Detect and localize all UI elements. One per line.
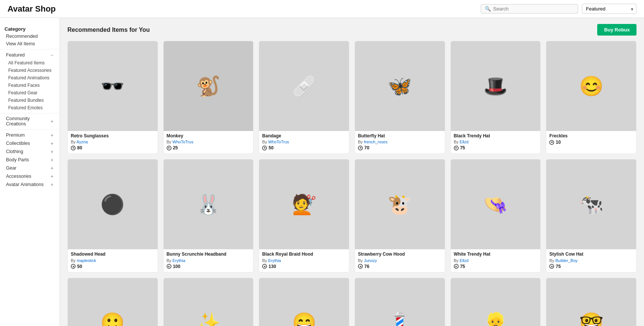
item-card[interactable]: ✨ Sparkling Shine By Jazzyx3 50 [163,278,254,326]
item-price: 100 [167,264,250,269]
price-value: 25 [173,145,178,150]
items-grid: 🕶️ Retro Sunglasses By Ayzria 80 🐒 Monke… [67,41,637,326]
item-thumbnail: 🐒 [164,41,253,131]
item-card[interactable]: 🐮 Strawberry Cow Hood By Junozy 76 [355,159,445,272]
sidebar-item-clothing[interactable]: Clothing + [0,147,60,156]
creator-link[interactable]: Builder_Boy [555,258,577,263]
robux-icon [549,140,554,145]
plus-icon-clothing: + [51,149,54,155]
sidebar-item-avatar-animations[interactable]: Avatar Animations + [0,180,60,189]
search-box: 🔍 [481,4,578,13]
robux-icon [71,146,76,150]
item-thumbnail: 🩹 [259,41,349,131]
sidebar-item-featured-animations[interactable]: Featured Animations [0,74,60,82]
creator-link[interactable]: Erythia [268,258,281,263]
item-card[interactable]: 💈 Soho Brown Curly Hair By ComfySunday 9… [355,278,445,326]
item-card[interactable]: 🕶️ Retro Sunglasses By Ayzria 80 [67,41,158,154]
item-info: Shadowed Head By maplestick 50 [68,249,158,272]
item-card[interactable]: 🤓 Vintage Glasses By WhoToTrus 125 [546,278,637,326]
item-card[interactable]: 🩹 Bandage By WhoToTrus 50 [259,41,349,154]
item-card[interactable]: 👒 White Trendy Hat By Ellzd 75 [450,159,541,272]
item-name: Black Trendy Hat [454,133,538,139]
item-thumbnail: 🕶️ [68,41,158,131]
sidebar-item-collectibles[interactable]: Collectibles + [0,139,60,147]
item-card[interactable]: 😊 Freckles 10 [546,41,637,154]
item-name: Freckles [549,133,633,139]
price-value: 76 [364,264,369,269]
item-card[interactable]: 😄 Glee 25 [259,278,349,326]
sidebar-item-featured-accessories[interactable]: Featured Accessories [0,67,60,74]
item-thumb-emoji: 🩹 [259,41,349,131]
robux-icon [358,146,363,150]
item-name: Black Royal Braid Hood [262,252,346,258]
sidebar-item-all-featured[interactable]: All Featured Items [0,59,60,67]
item-card[interactable]: 💇 Black Royal Braid Hood By Erythia 130 [259,159,349,272]
item-thumbnail: 🦋 [355,41,445,131]
sidebar-item-accessories[interactable]: Accessories + [0,172,60,180]
item-card[interactable]: 🦋 Butterfly Hat By french_rxses 70 [355,41,445,154]
creator-link[interactable]: french_rxses [364,140,388,144]
sidebar-item-featured-faces[interactable]: Featured Faces [0,82,60,89]
layout: Category Recommended View All Items Feat… [0,18,644,326]
plus-icon-body-parts: + [51,157,54,163]
item-creator: By Junozy [358,258,442,263]
sidebar-item-view-all[interactable]: View All Items [0,40,60,48]
creator-link[interactable]: WhoToTrus [268,140,289,144]
sidebar-item-gear[interactable]: Gear + [0,164,60,172]
item-card[interactable]: 🐄 Stylish Cow Hat By Builder_Boy 75 [546,159,637,272]
sidebar-item-featured-gear[interactable]: Featured Gear [0,89,60,97]
creator-link[interactable]: WhoToTrus [173,140,194,144]
item-thumb-emoji: 🐮 [355,159,445,249]
item-creator: By Erythia [167,258,250,263]
price-value: 130 [268,264,276,269]
item-info: Bunny Scrunchie Headband By Erythia 100 [164,249,253,272]
item-info: Butterfly Hat By french_rxses 70 [355,131,445,154]
sidebar-item-featured-emotes[interactable]: Featured Emotes [0,104,60,112]
header-controls: 🔍 Featured Relevance Price (Low) Price (… [481,4,637,14]
creator-link[interactable]: maplestick [77,258,96,263]
plus-icon-accessories: + [51,173,54,179]
item-price: 50 [262,145,346,150]
item-card[interactable]: 🎩 Black Trendy Hat By Ellzd 75 [450,41,541,154]
creator-link[interactable]: Erythia [173,258,185,263]
sidebar-item-featured-bundles[interactable]: Featured Bundles [0,97,60,104]
robux-icon [167,146,171,150]
creator-link[interactable]: Ayzria [76,140,88,144]
item-name: Stylish Cow Hat [549,252,633,258]
item-card[interactable]: 👱 Blonde Royal Braid By Erythia 130 [450,278,541,326]
robux-icon [454,264,459,269]
item-price: 70 [358,145,442,150]
item-thumbnail: 🎩 [451,41,541,131]
item-thumbnail: 💈 [355,278,445,326]
price-value: 70 [364,145,369,150]
header: Avatar Shop 🔍 Featured Relevance Price (… [0,0,644,18]
item-card[interactable]: ⚫ Shadowed Head By maplestick 50 [67,159,158,272]
item-thumb-emoji: 🐄 [546,159,636,249]
section-title: Recommended Items for You [67,27,150,33]
item-card[interactable]: 🙂 Happy 25 [67,278,158,326]
sidebar-item-community-creations[interactable]: Community Creations + [0,115,60,128]
sidebar-item-body-parts[interactable]: Body Parts + [0,156,60,164]
item-name: Bandage [262,133,346,139]
price-value: 75 [460,264,465,269]
item-creator: By Erythia [262,258,346,263]
item-thumbnail: 🙂 [68,278,158,326]
buy-robux-button[interactable]: Buy Robux [597,24,637,36]
sidebar-item-featured[interactable]: Featured − [0,51,60,59]
item-card[interactable]: 🐰 Bunny Scrunchie Headband By Erythia 10… [163,159,254,272]
sort-dropdown[interactable]: Featured Relevance Price (Low) Price (Hi… [582,4,637,14]
item-creator: By WhoToTrus [167,140,250,144]
sidebar-item-premium[interactable]: Premium + [0,131,60,139]
price-value: 10 [556,140,561,145]
search-icon: 🔍 [485,6,491,12]
creator-link[interactable]: Ellzd [460,140,469,144]
plus-icon-premium: + [51,132,54,138]
item-name: White Trendy Hat [454,252,538,258]
sidebar-item-recommended[interactable]: Recommended [0,33,60,40]
search-input[interactable] [493,6,574,12]
item-creator: By Ellzd [454,140,538,144]
creator-link[interactable]: Ellzd [460,258,469,263]
robux-icon [71,264,76,269]
creator-link[interactable]: Junozy [364,258,377,263]
item-card[interactable]: 🐒 Monkey By WhoToTrus 25 [163,41,254,154]
